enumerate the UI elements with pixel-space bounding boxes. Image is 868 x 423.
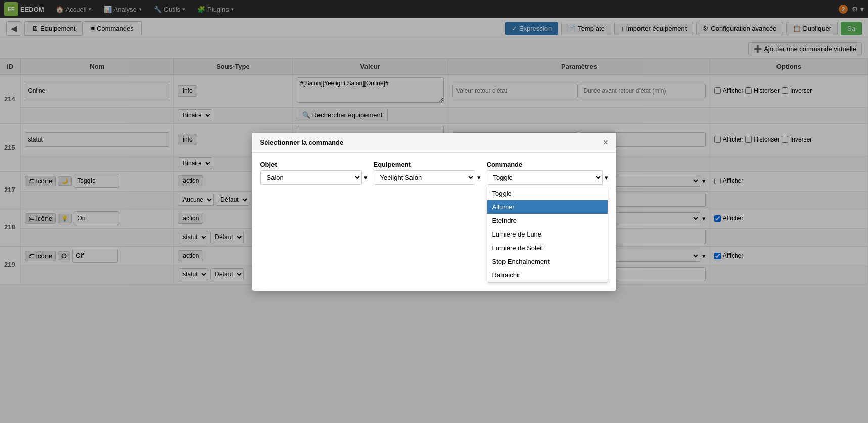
objet-dropdown-arrow: ▾ bbox=[364, 174, 368, 181]
commande-label: Commande bbox=[487, 161, 608, 168]
commande-with-dropdown: Toggle ▾ Toggle Allumer Eteindre Lumière… bbox=[487, 170, 608, 283]
select-command-modal: Sélectionner la commande × Objet Salon ▾… bbox=[252, 133, 616, 291]
objet-col: Objet Salon ▾ bbox=[260, 161, 368, 185]
option-stop-enchainement[interactable]: Stop Enchainement bbox=[487, 255, 608, 268]
equipement-select[interactable]: Yeelight Salon bbox=[374, 170, 475, 185]
modal-selectors: Objet Salon ▾ Equipement Yeelight Salon bbox=[260, 161, 608, 283]
modal-header: Sélectionner la commande × bbox=[252, 133, 616, 153]
commande-dropdown-list: Toggle Allumer Eteindre Lumière de Lune … bbox=[487, 186, 608, 283]
commande-select[interactable]: Toggle bbox=[487, 170, 603, 185]
option-rafraichir[interactable]: Rafraichir bbox=[487, 268, 608, 282]
option-lumiere-soleil[interactable]: Lumière de Soleil bbox=[487, 241, 608, 255]
commande-dropdown-arrow: ▾ bbox=[605, 174, 608, 181]
equipement-dropdown-arrow: ▾ bbox=[477, 174, 481, 181]
option-toggle[interactable]: Toggle bbox=[487, 186, 608, 200]
modal-close-button[interactable]: × bbox=[603, 138, 608, 147]
option-allumer[interactable]: Allumer bbox=[487, 200, 608, 214]
equipement-label: Equipement bbox=[374, 161, 481, 168]
option-eteindre[interactable]: Eteindre bbox=[487, 214, 608, 227]
commande-select-wrap: Toggle ▾ Toggle Allumer Eteindre Lumière… bbox=[487, 170, 608, 283]
option-lumiere-lune[interactable]: Lumière de Lune bbox=[487, 227, 608, 241]
modal-overlay[interactable]: Sélectionner la commande × Objet Salon ▾… bbox=[0, 0, 868, 314]
equipement-col: Equipement Yeelight Salon ▾ bbox=[374, 161, 481, 185]
modal-body: Objet Salon ▾ Equipement Yeelight Salon bbox=[252, 153, 616, 291]
commande-col: Commande Toggle ▾ Toggle Allume bbox=[487, 161, 608, 283]
objet-select[interactable]: Salon bbox=[260, 170, 362, 185]
modal-title: Sélectionner la commande bbox=[260, 138, 344, 146]
objet-label: Objet bbox=[260, 161, 368, 168]
